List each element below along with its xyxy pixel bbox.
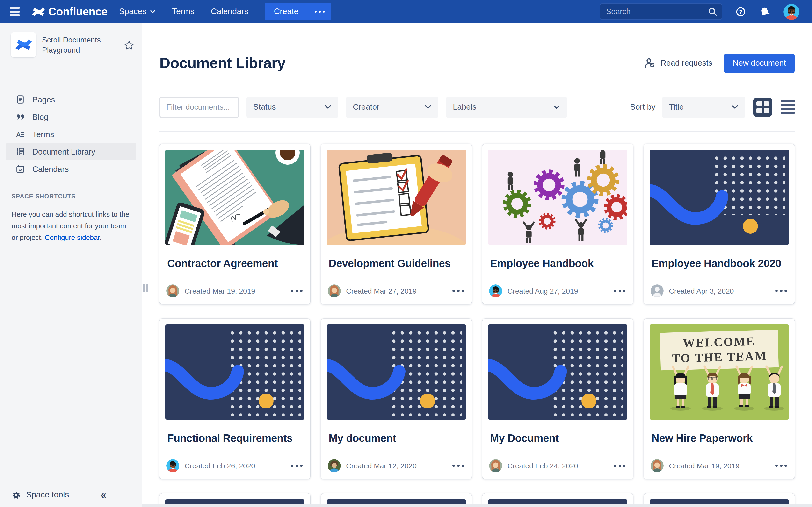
document-title[interactable]: New Hire Paperwork	[652, 432, 787, 445]
sidebar-item-terms[interactable]: A Terms	[6, 125, 136, 143]
space-tools-button[interactable]: Space tools «	[12, 489, 106, 501]
document-card[interactable]: WELCOME TO THE TEAM	[644, 319, 795, 479]
horizontal-scrollbar[interactable]	[142, 504, 812, 507]
document-title[interactable]: My Document	[490, 432, 625, 445]
sort-by-label: Sort by	[630, 102, 655, 112]
card-menu-button[interactable]	[290, 461, 304, 469]
creator-avatar-woman-photo	[651, 459, 664, 472]
blue-swoosh	[165, 324, 305, 419]
created-date: Created Mar 19, 2019	[185, 287, 255, 295]
card-menu-button[interactable]	[774, 461, 788, 469]
creator-avatar-man-photo	[328, 459, 341, 472]
document-card[interactable]: My document Created Mar 12, 2020	[321, 319, 472, 479]
top-nav: Confluence Spaces Terms Calendars Create…	[0, 0, 812, 23]
created-date: Created Mar 19, 2019	[669, 461, 740, 469]
sidebar-item-document-library[interactable]: Document Library	[6, 143, 136, 160]
sidebar-item-calendars[interactable]: Calendars	[6, 160, 136, 178]
document-title[interactable]: My document	[329, 432, 464, 445]
card-menu-button[interactable]	[290, 287, 304, 295]
nav-item-terms[interactable]: Terms	[172, 7, 195, 16]
document-card[interactable]: Development Guidelines Created Mar 27, 2…	[321, 144, 472, 304]
document-card[interactable]: Employee Handbook 2020 Created Apr 3, 20…	[644, 144, 795, 304]
confluence-space-icon	[15, 37, 32, 53]
card-menu-button[interactable]	[774, 287, 788, 295]
document-thumbnail	[165, 150, 305, 244]
confluence-brand[interactable]: Confluence	[32, 5, 107, 18]
search-icon	[708, 7, 718, 17]
hamburger-menu-icon[interactable]	[10, 7, 21, 16]
status-dropdown[interactable]: Status	[247, 96, 338, 118]
read-requests-label: Read requests	[660, 59, 712, 68]
svg-text:TO THE TEAM: TO THE TEAM	[672, 349, 767, 365]
sidebar-nav: Pages Blog A Terms	[6, 91, 136, 178]
sidebar-resize-handle[interactable]	[143, 284, 148, 292]
yellow-dot	[743, 219, 758, 233]
collapse-sidebar-icon[interactable]: «	[101, 489, 106, 501]
notifications-bell-icon[interactable]	[759, 6, 770, 17]
user-avatar[interactable]	[783, 4, 800, 19]
creator-avatar-woman-photo	[328, 284, 341, 297]
created-date: Created Feb 26, 2020	[185, 461, 255, 469]
document-thumbnail	[488, 150, 627, 244]
space-shortcuts-text: Here you can add shortcut links to the m…	[12, 209, 132, 243]
document-thumbnail	[327, 324, 466, 419]
sort-dropdown[interactable]: Title	[662, 96, 745, 118]
grid-view-toggle[interactable]	[753, 97, 772, 117]
created-date: Created Apr 3, 2020	[669, 287, 734, 295]
blue-swoosh	[488, 324, 627, 419]
new-document-button[interactable]: New document	[724, 54, 795, 73]
document-thumbnail	[650, 150, 789, 244]
card-menu-button[interactable]	[451, 461, 465, 469]
card-menu-button[interactable]	[613, 461, 626, 469]
help-icon[interactable]: ?	[735, 6, 746, 17]
chevron-down-icon	[553, 105, 560, 109]
sidebar-item-label: Terms	[33, 130, 54, 139]
blue-swoosh	[327, 324, 466, 419]
svg-text:?: ?	[739, 9, 742, 15]
create-button[interactable]: Create	[265, 3, 308, 20]
filter-bar: Status Creator Labels Sort by Title	[159, 96, 795, 118]
nav-item-spaces[interactable]: Spaces	[119, 7, 155, 16]
document-card[interactable]: Functional Requirements Created Feb 26, …	[159, 319, 310, 479]
document-card[interactable]: Contractor Agreement Created Mar 19, 201…	[159, 144, 310, 304]
created-date: Created Aug 27, 2019	[507, 287, 578, 295]
document-title[interactable]: Development Guidelines	[329, 257, 464, 270]
configure-sidebar-link[interactable]: Configure sidebar	[45, 234, 100, 241]
nav-more-button[interactable]	[308, 3, 331, 20]
search-input[interactable]	[600, 3, 722, 20]
document-library-icon	[15, 147, 25, 157]
created-date: Created Feb 24, 2020	[507, 461, 578, 469]
filter-documents-input[interactable]	[159, 96, 239, 118]
read-requests-button[interactable]: Read requests	[644, 57, 712, 69]
chevron-down-icon	[731, 105, 739, 109]
blue-swoosh	[650, 150, 789, 244]
document-card[interactable]: My Document Created Feb 24, 2020	[483, 319, 633, 479]
document-title[interactable]: Contractor Agreement	[167, 257, 303, 270]
space-logo[interactable]	[11, 32, 36, 57]
creator-dropdown[interactable]: Creator	[346, 96, 439, 118]
sidebar-item-label: Calendars	[33, 164, 69, 174]
card-menu-button[interactable]	[613, 287, 626, 295]
app-window: Confluence Spaces Terms Calendars Create…	[0, 0, 812, 507]
person-check-icon	[644, 57, 656, 69]
creator-avatar-woman-photo	[166, 284, 179, 297]
sidebar-item-blog[interactable]: Blog	[6, 108, 136, 125]
space-name[interactable]: Scroll Documents Playground	[42, 32, 106, 57]
glossary-icon: A	[15, 129, 25, 139]
card-menu-button[interactable]	[451, 287, 465, 295]
creator-avatar-cartoon-man	[166, 459, 179, 472]
document-title[interactable]: Functional Requirements	[167, 432, 303, 445]
document-title[interactable]: Employee Handbook 2020	[652, 257, 787, 270]
nav-item-calendars[interactable]: Calendars	[211, 7, 248, 16]
document-card[interactable]: Employee Handbook Created Aug 27, 2019	[483, 144, 633, 304]
main-content: Document Library Read requests New docum…	[142, 23, 812, 507]
svg-text:A: A	[16, 131, 21, 138]
sidebar-item-pages[interactable]: Pages	[6, 91, 136, 108]
document-title[interactable]: Employee Handbook	[490, 257, 625, 270]
gears-teamwork-illustration	[488, 150, 627, 244]
list-view-toggle[interactable]	[781, 100, 795, 114]
gear-icon	[12, 490, 21, 500]
star-icon[interactable]	[124, 40, 134, 57]
document-thumbnail: WELCOME TO THE TEAM	[650, 324, 789, 419]
labels-dropdown[interactable]: Labels	[446, 96, 567, 118]
